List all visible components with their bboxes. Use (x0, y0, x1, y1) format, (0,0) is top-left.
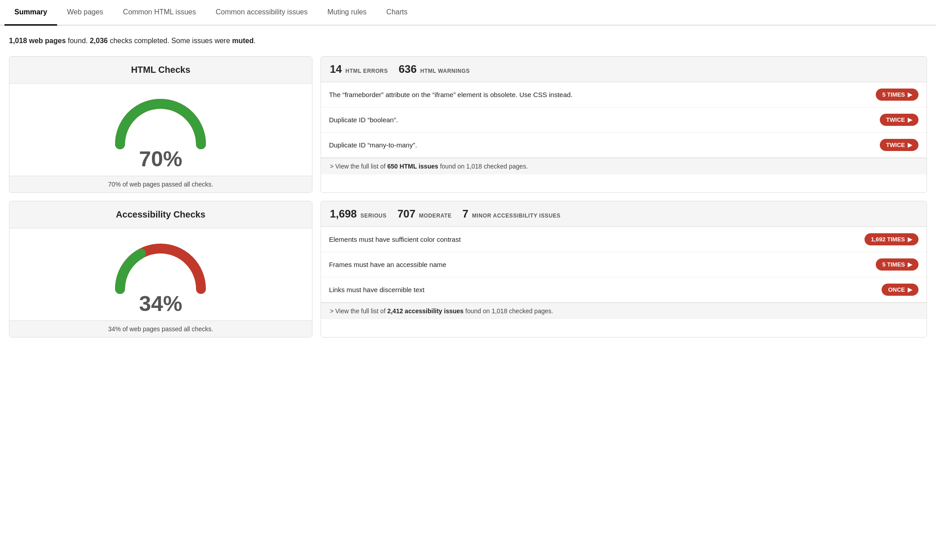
html-badge-arrow-2: ▶ (908, 116, 912, 123)
html-issue-badge-3[interactable]: TWICE ▶ (880, 139, 918, 151)
html-gauge-fill (120, 104, 201, 144)
a11y-footer-text: View the full list of (335, 307, 388, 315)
html-checks-title: HTML Checks (9, 57, 312, 84)
html-badge-label-3: TWICE (886, 142, 905, 148)
html-issue-badge-1[interactable]: 5 TIMES ▶ (876, 89, 918, 101)
accessibility-checks-card: Accessibility Checks 34% 34% of web page… (9, 201, 312, 338)
html-issue-text-3: Duplicate ID “many-to-many”. (329, 141, 417, 149)
minor-count: 7 (463, 208, 468, 220)
html-row: HTML Checks 70% 70% of web pages passed … (9, 56, 927, 193)
tab-common-html[interactable]: Common HTML issues (113, 0, 206, 25)
minor-label: MINOR ACCESSIBILITY ISSUES (472, 213, 561, 219)
a11y-badge-label-1: 1,692 TIMES (871, 236, 905, 243)
html-issue-row-3: Duplicate ID “many-to-many”. TWICE ▶ (321, 133, 927, 158)
html-warnings-label: HTML WARNINGS (420, 68, 470, 74)
html-errors-count: 14 (330, 63, 342, 76)
a11y-issue-row-1: Elements must have sufficient color cont… (321, 227, 927, 252)
html-checks-card: HTML Checks 70% 70% of web pages passed … (9, 56, 312, 193)
tab-summary[interactable]: Summary (4, 0, 57, 26)
html-warnings-count: 636 (399, 63, 417, 76)
html-footer-text: View the full list of (335, 163, 388, 170)
html-gauge-container: 70% (9, 84, 312, 176)
a11y-issue-badge-1[interactable]: 1,692 TIMES ▶ (865, 233, 918, 245)
tab-charts[interactable]: Charts (376, 0, 417, 25)
html-badge-arrow-1: ▶ (908, 91, 912, 98)
a11y-issue-text-1: Elements must have sufficient color cont… (329, 236, 461, 243)
moderate-label: MODERATE (419, 213, 452, 219)
a11y-badge-label-3: ONCE (888, 286, 905, 293)
html-issue-badge-2[interactable]: TWICE ▶ (880, 114, 918, 126)
a11y-issue-badge-3[interactable]: ONCE ▶ (882, 284, 918, 296)
a11y-issue-row-3: Links must have discernible text ONCE ▶ (321, 277, 927, 302)
html-gauge-svg (111, 93, 210, 151)
html-badge-arrow-3: ▶ (908, 142, 912, 148)
summary-text4: checks completed. Some issues were (108, 37, 232, 44)
html-errors-label: HTML ERRORS (345, 68, 388, 74)
a11y-issue-text-2: Frames must have an accessible name (329, 261, 446, 268)
main-content: 1,018 web pages found. 2,036 checks comp… (0, 26, 936, 356)
a11y-badge-arrow-3: ▶ (908, 286, 912, 293)
html-issue-row-2: Duplicate ID “boolean”. TWICE ▶ (321, 107, 927, 133)
a11y-badge-arrow-2: ▶ (908, 261, 912, 268)
html-issue-row-1: The “frameborder” attribute on the “ifra… (321, 82, 927, 107)
accessibility-row: Accessibility Checks 34% 34% of web page… (9, 201, 927, 338)
accessibility-issues-header: 1,698 SERIOUS 707 MODERATE 7 MINOR ACCES… (321, 201, 927, 227)
html-footer-end: found on 1,018 checked pages. (438, 163, 528, 170)
moderate-count: 707 (397, 208, 415, 220)
summary-text: 1,018 web pages found. 2,036 checks comp… (9, 36, 927, 46)
html-issues-card: 14 HTML ERRORS 636 HTML WARNINGS The “fr… (321, 56, 927, 193)
accessibility-gauge-svg (111, 237, 210, 296)
accessibility-checks-footer: 34% of web pages passed all checks. (9, 320, 312, 337)
a11y-issue-text-3: Links must have discernible text (329, 286, 425, 293)
html-checks-footer: 70% of web pages passed all checks. (9, 176, 312, 192)
serious-label: SERIOUS (361, 213, 387, 219)
muted-text: muted (232, 37, 254, 44)
a11y-footer-link[interactable]: 2,412 accessibility issues (387, 307, 464, 315)
accessibility-gauge-percent: 34% (139, 291, 182, 316)
pages-count: 1,018 web pages (9, 37, 66, 44)
html-badge-label-1: 5 TIMES (882, 91, 905, 98)
tab-muting[interactable]: Muting rules (317, 0, 376, 25)
html-gauge-percent: 70% (139, 147, 182, 171)
accessibility-gauge-container: 34% (9, 228, 312, 320)
a11y-badge-label-2: 5 TIMES (882, 261, 905, 268)
summary-text2: found. (66, 37, 89, 44)
accessibility-issues-card: 1,698 SERIOUS 707 MODERATE 7 MINOR ACCES… (321, 201, 927, 338)
html-issues-footer[interactable]: > View the full list of 650 HTML issues … (321, 158, 927, 174)
a11y-issue-badge-2[interactable]: 5 TIMES ▶ (876, 258, 918, 271)
html-footer-link[interactable]: 650 HTML issues (387, 163, 438, 170)
html-issues-header: 14 HTML ERRORS 636 HTML WARNINGS (321, 57, 927, 82)
tab-web-pages[interactable]: Web pages (57, 0, 113, 25)
summary-text6: . (254, 37, 255, 44)
tab-accessibility[interactable]: Common accessibility issues (206, 0, 318, 25)
html-issue-text-1: The “frameborder” attribute on the “ifra… (329, 91, 573, 98)
accessibility-checks-title: Accessibility Checks (9, 201, 312, 228)
a11y-issue-row-2: Frames must have an accessible name 5 TI… (321, 252, 927, 277)
a11y-footer-end: found on 1,018 checked pages. (464, 307, 553, 315)
serious-count: 1,698 (330, 208, 357, 220)
a11y-issues-footer[interactable]: > View the full list of 2,412 accessibil… (321, 302, 927, 319)
a11y-badge-arrow-1: ▶ (908, 236, 912, 243)
tab-bar: Summary Web pages Common HTML issues Com… (0, 0, 936, 26)
html-issue-text-2: Duplicate ID “boolean”. (329, 116, 398, 124)
html-badge-label-2: TWICE (886, 116, 905, 123)
checks-count: 2,036 (90, 37, 108, 44)
